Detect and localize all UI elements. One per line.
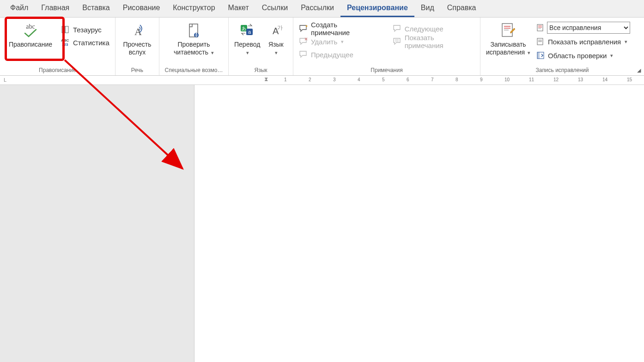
svg-rect-28 bbox=[537, 52, 540, 59]
ruler-num: 4 bbox=[358, 77, 360, 82]
tab-view[interactable]: Вид bbox=[414, 0, 441, 17]
delete-comment-label: Удалить bbox=[311, 38, 337, 46]
group-comments-label: Примечания bbox=[296, 66, 477, 75]
ribbon: abc Правописание Тезаурус ABC bbox=[0, 18, 644, 76]
display-review-icon bbox=[536, 23, 545, 32]
new-comment-label: Создать примечание bbox=[311, 21, 378, 36]
horizontal-ruler[interactable]: ⧗ 1 2 3 4 5 6 7 8 9 10 11 12 13 14 15 bbox=[0, 76, 644, 85]
group-language-label: Язык bbox=[231, 66, 290, 75]
tab-selector-icon[interactable]: L bbox=[4, 77, 6, 83]
group-tracking: Записыватьисправления ▾ Все исправления … bbox=[480, 18, 644, 75]
svg-text:가: 가 bbox=[277, 24, 283, 31]
previous-comment-icon bbox=[299, 50, 308, 59]
svg-text:あ: あ bbox=[242, 26, 246, 31]
next-comment-label: Следующее bbox=[405, 25, 444, 33]
translate-label: Перевод▾ bbox=[234, 41, 260, 56]
delete-comment-button: Удалить ▾ bbox=[296, 35, 381, 48]
group-speech: A Прочестьвслух Речь bbox=[115, 18, 159, 75]
ruler-ticks: 1 2 3 4 5 6 7 8 9 10 11 12 13 14 15 bbox=[194, 76, 644, 85]
chevron-down-icon: ▾ bbox=[211, 50, 214, 55]
delete-comment-icon bbox=[299, 37, 308, 46]
language-button[interactable]: A 가 Язык▾ bbox=[263, 19, 289, 58]
show-comments-icon bbox=[393, 37, 402, 46]
tracking-dialog-launcher[interactable]: ◢ bbox=[636, 67, 642, 73]
spelling-label: Правописание bbox=[9, 41, 52, 48]
chevron-down-icon: ▾ bbox=[610, 53, 613, 59]
thesaurus-icon bbox=[61, 25, 70, 34]
track-changes-label: Записыватьисправления ▾ bbox=[486, 41, 530, 56]
svg-text:123: 123 bbox=[62, 42, 68, 47]
translate-icon: あ a bbox=[239, 21, 255, 40]
ruler-num: 7 bbox=[431, 77, 434, 82]
show-comments-button: Показать примечания bbox=[390, 35, 477, 48]
group-spelling-label: Правописание bbox=[3, 66, 112, 75]
tab-insert[interactable]: Вставка bbox=[76, 0, 116, 17]
reviewing-pane-button[interactable]: Область проверки ▾ bbox=[533, 49, 633, 62]
thesaurus-button[interactable]: Тезаурус bbox=[58, 23, 112, 36]
previous-comment-label: Предыдущее bbox=[311, 51, 353, 59]
ruler-num: 10 bbox=[504, 77, 510, 82]
tab-file[interactable]: Файл bbox=[4, 0, 35, 17]
show-markup-label: Показать исправления bbox=[548, 38, 621, 46]
ruler-num: 11 bbox=[529, 77, 534, 82]
spelling-button[interactable]: abc Правописание bbox=[3, 19, 58, 50]
read-aloud-icon: A bbox=[129, 21, 146, 40]
chevron-down-icon: ▾ bbox=[528, 50, 530, 55]
group-spelling: abc Правописание Тезаурус ABC bbox=[0, 18, 115, 75]
group-speech-label: Речь bbox=[118, 66, 156, 75]
ruler-num: 8 bbox=[456, 77, 458, 82]
new-comment-button[interactable]: Создать примечание bbox=[296, 22, 381, 35]
reviewing-pane-icon bbox=[536, 51, 545, 60]
read-aloud-button[interactable]: A Прочестьвслух bbox=[120, 19, 154, 58]
show-markup-button[interactable]: Показать исправления ▾ bbox=[533, 35, 633, 48]
tab-mailings[interactable]: Рассылки bbox=[294, 0, 340, 17]
chevron-down-icon: ▾ bbox=[341, 39, 344, 45]
tab-draw[interactable]: Рисование bbox=[116, 0, 167, 17]
tab-references[interactable]: Ссылки bbox=[255, 0, 294, 17]
previous-comment-button: Предыдущее bbox=[296, 48, 381, 61]
tab-help[interactable]: Справка bbox=[441, 0, 483, 17]
statistics-icon: ABC 123 bbox=[61, 38, 70, 47]
chevron-down-icon: ▾ bbox=[275, 50, 278, 55]
svg-rect-1 bbox=[62, 26, 65, 33]
tab-design[interactable]: Конструктор bbox=[166, 0, 221, 17]
statistics-label: Статистика bbox=[73, 39, 109, 47]
next-comment-button: Следующее bbox=[390, 22, 477, 35]
svg-rect-2 bbox=[65, 26, 68, 33]
next-comment-icon bbox=[393, 24, 402, 33]
svg-rect-20 bbox=[537, 24, 543, 31]
accessibility-icon bbox=[186, 21, 201, 40]
track-changes-icon bbox=[499, 21, 517, 40]
check-accessibility-button[interactable]: Проверитьчитаемость ▾ bbox=[171, 19, 217, 58]
show-markup-icon bbox=[536, 37, 545, 46]
left-gutter bbox=[0, 85, 194, 362]
ruler-num: 9 bbox=[480, 77, 483, 82]
thesaurus-label: Тезаурус bbox=[73, 26, 102, 34]
statistics-button[interactable]: ABC 123 Статистика bbox=[58, 36, 112, 49]
ruler-num: 1 bbox=[284, 77, 287, 82]
check-accessibility-label: Проверитьчитаемость ▾ bbox=[174, 41, 214, 56]
language-label: Язык▾ bbox=[268, 41, 284, 56]
svg-text:abc: abc bbox=[26, 23, 35, 30]
spellcheck-icon: abc bbox=[20, 21, 41, 40]
document-page[interactable] bbox=[194, 85, 644, 362]
svg-point-7 bbox=[196, 33, 197, 35]
tab-layout[interactable]: Макет bbox=[222, 0, 255, 17]
translate-button[interactable]: あ a Перевод▾ bbox=[231, 19, 263, 58]
ruler-num: 5 bbox=[382, 77, 385, 82]
read-aloud-label: Прочестьвслух bbox=[123, 41, 151, 56]
ruler-num: 3 bbox=[333, 77, 336, 82]
track-changes-button[interactable]: Записыватьисправления ▾ bbox=[483, 19, 533, 58]
display-for-review-combo[interactable]: Все исправления bbox=[547, 22, 630, 34]
chevron-down-icon: ▾ bbox=[246, 50, 249, 55]
tab-home[interactable]: Главная bbox=[35, 0, 76, 17]
ruler-num: 14 bbox=[602, 77, 608, 82]
ruler-num: 15 bbox=[627, 77, 632, 82]
group-accessibility: Проверитьчитаемость ▾ Специальные возмо… bbox=[159, 18, 229, 75]
language-icon: A 가 bbox=[268, 21, 284, 40]
group-language: あ a Перевод▾ A 가 Язык▾ bbox=[229, 18, 293, 75]
tab-review[interactable]: Рецензирование bbox=[340, 0, 414, 17]
ruler-num: 6 bbox=[407, 77, 409, 82]
ribbon-tabs: Файл Главная Вставка Рисование Конструкт… bbox=[0, 0, 644, 18]
ruler-num: 2 bbox=[309, 77, 311, 82]
